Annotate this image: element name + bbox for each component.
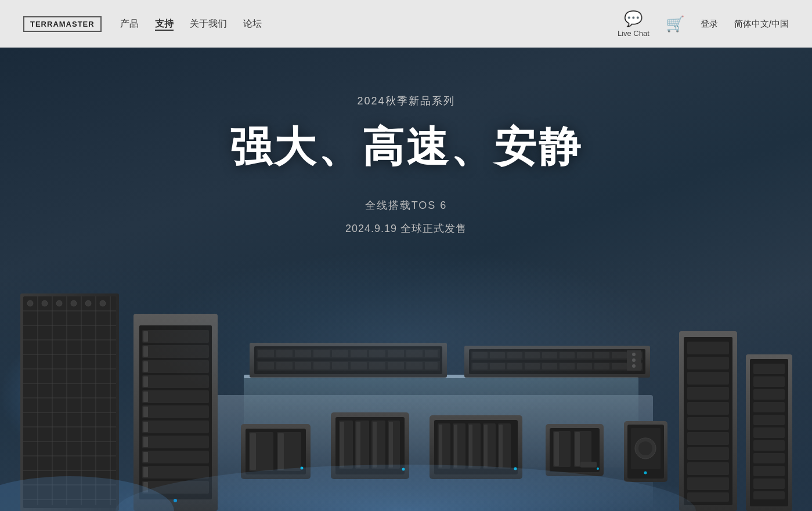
svg-rect-160 — [687, 432, 729, 445]
svg-rect-133 — [454, 425, 457, 467]
svg-rect-67 — [406, 350, 423, 357]
svg-rect-44 — [143, 346, 148, 357]
login-link[interactable]: 登录 — [701, 19, 718, 30]
svg-rect-154 — [687, 342, 729, 354]
svg-point-26 — [56, 300, 62, 306]
svg-rect-93 — [472, 363, 488, 369]
svg-rect-172 — [753, 427, 785, 438]
svg-point-151 — [644, 472, 647, 474]
svg-rect-38 — [142, 421, 209, 433]
svg-rect-174 — [753, 453, 785, 463]
svg-rect-163 — [687, 477, 729, 490]
svg-point-150 — [638, 441, 652, 455]
svg-rect-66 — [388, 350, 404, 357]
svg-rect-74 — [351, 362, 367, 369]
svg-rect-40 — [142, 451, 209, 463]
svg-rect-32 — [142, 330, 209, 343]
logo[interactable]: TERRAMASTER — [23, 16, 102, 32]
svg-rect-63 — [332, 350, 348, 357]
hero-tos-label: 全线搭载TOS 6 — [230, 198, 583, 212]
language-selector[interactable]: 简体中文/中国 — [734, 19, 789, 30]
svg-rect-95 — [507, 363, 522, 369]
svg-rect-35 — [142, 375, 209, 388]
svg-rect-76 — [388, 362, 404, 369]
svg-rect-99 — [577, 363, 592, 369]
hero-text: 2024秋季新品系列 强大、高速、安静 全线搭载TOS 6 2024.9.19 … — [230, 94, 583, 235]
svg-rect-86 — [525, 352, 540, 358]
navbar-right: 💬 Live Chat 🛒 登录 简体中文/中国 — [618, 10, 789, 38]
svg-rect-75 — [369, 362, 385, 369]
svg-rect-65 — [369, 350, 385, 357]
svg-rect-73 — [332, 362, 348, 369]
svg-rect-169 — [753, 389, 785, 400]
svg-rect-167 — [753, 364, 785, 374]
svg-rect-177 — [753, 491, 785, 499]
svg-rect-135 — [484, 425, 488, 467]
svg-point-28 — [85, 300, 91, 306]
svg-rect-46 — [143, 376, 148, 387]
svg-rect-45 — [143, 361, 148, 372]
navbar: TERRAMASTER 产品 支持 关于我们 论坛 💬 Live Chat 🛒 … — [0, 0, 812, 48]
svg-rect-47 — [143, 392, 148, 402]
svg-rect-155 — [687, 357, 729, 369]
svg-rect-91 — [612, 352, 627, 358]
nav-item-support[interactable]: 支持 — [155, 18, 174, 30]
nav-item-about[interactable]: 关于我们 — [190, 18, 227, 30]
svg-rect-85 — [507, 352, 522, 358]
svg-rect-112 — [278, 433, 284, 470]
svg-rect-162 — [687, 462, 729, 475]
svg-rect-71 — [295, 362, 311, 369]
nav-links: 产品 支持 关于我们 论坛 — [120, 18, 262, 30]
svg-rect-143 — [575, 432, 580, 466]
svg-rect-60 — [276, 350, 293, 357]
nav-item-forum[interactable]: 论坛 — [243, 18, 262, 30]
svg-rect-173 — [753, 440, 785, 451]
svg-rect-49 — [143, 422, 148, 432]
svg-rect-98 — [560, 363, 575, 369]
svg-rect-144 — [580, 462, 597, 467]
svg-rect-84 — [490, 352, 505, 358]
svg-rect-87 — [542, 352, 557, 358]
svg-rect-34 — [142, 360, 209, 373]
svg-rect-100 — [594, 363, 609, 369]
svg-rect-156 — [687, 372, 729, 385]
svg-rect-134 — [469, 425, 472, 467]
svg-point-105 — [632, 358, 636, 362]
svg-rect-61 — [295, 350, 311, 357]
svg-rect-37 — [142, 405, 209, 418]
svg-rect-121 — [356, 422, 360, 467]
svg-rect-97 — [542, 363, 557, 369]
svg-rect-159 — [687, 417, 729, 430]
svg-point-106 — [632, 364, 636, 368]
svg-rect-77 — [406, 362, 423, 369]
cart-button[interactable]: 🛒 — [666, 15, 684, 33]
svg-rect-33 — [142, 345, 209, 358]
svg-point-29 — [100, 300, 106, 306]
svg-point-27 — [71, 300, 77, 306]
svg-rect-36 — [142, 390, 209, 403]
svg-rect-176 — [753, 479, 785, 489]
svg-rect-51 — [143, 452, 148, 462]
svg-rect-101 — [612, 363, 627, 369]
svg-rect-171 — [753, 415, 785, 425]
svg-rect-132 — [439, 425, 442, 467]
nav-item-products[interactable]: 产品 — [120, 18, 139, 30]
live-chat-button[interactable]: 💬 Live Chat — [618, 10, 649, 38]
svg-rect-70 — [276, 362, 293, 369]
svg-rect-88 — [560, 352, 575, 358]
chat-icon: 💬 — [624, 10, 643, 28]
svg-rect-157 — [687, 387, 729, 400]
svg-rect-96 — [525, 363, 540, 369]
hero-section: 2024秋季新品系列 强大、高速、安静 全线搭载TOS 6 2024.9.19 … — [0, 48, 812, 511]
svg-point-145 — [597, 467, 599, 470]
svg-rect-136 — [499, 425, 503, 467]
svg-rect-68 — [425, 350, 438, 357]
svg-rect-64 — [351, 350, 367, 357]
svg-rect-59 — [258, 350, 274, 357]
svg-rect-83 — [472, 352, 488, 358]
svg-rect-161 — [687, 447, 729, 460]
hero-release-date: 2024.9.19 全球正式发售 — [230, 222, 583, 235]
svg-rect-158 — [687, 402, 729, 415]
svg-rect-123 — [389, 422, 393, 467]
svg-rect-50 — [143, 437, 148, 447]
